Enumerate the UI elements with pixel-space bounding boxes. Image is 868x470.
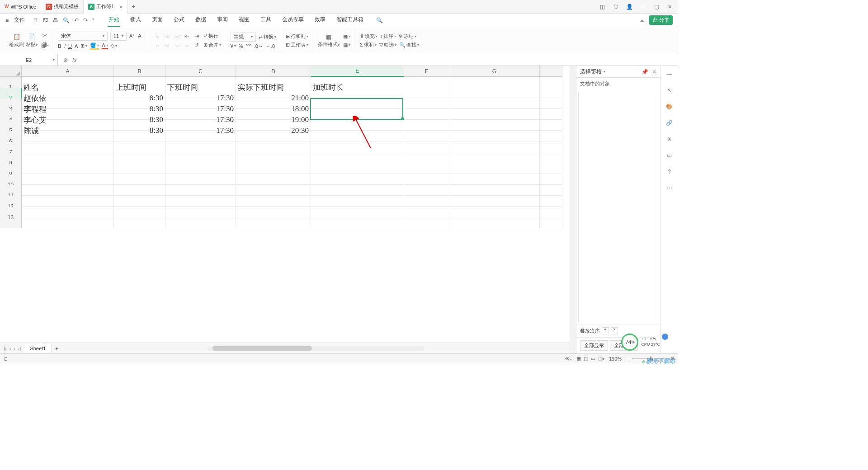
view-reading-icon[interactable]: ▢▾ <box>598 356 604 362</box>
redo-icon[interactable]: ↷ <box>83 17 88 24</box>
wrap-button[interactable]: ⤶ 换行 <box>203 33 218 39</box>
status-mode-icon[interactable]: 🗒 <box>4 356 9 362</box>
dec-dec-icon[interactable]: ←.0 <box>266 43 275 49</box>
paste-button[interactable]: 📄粘贴▾ <box>26 33 38 48</box>
stack-down-icon[interactable]: ˅ <box>611 327 618 334</box>
table-style-icon[interactable]: ▦▾ <box>343 33 350 39</box>
merge-button[interactable]: ⊞ 合并▾ <box>203 42 221 48</box>
style-icon[interactable]: 🎨 <box>665 102 674 111</box>
performance-widget[interactable]: 74% 1.1K/s CPU 29°C <box>621 334 660 351</box>
orientation-icon[interactable]: ⭜ <box>193 42 201 49</box>
share-button[interactable]: 凸 分享 <box>649 15 673 25</box>
fill-button[interactable]: ⬇ 填充▾ <box>360 33 377 40</box>
fx-icon[interactable]: fx <box>72 57 76 63</box>
panel-icon[interactable]: ◫ <box>599 3 606 10</box>
cut-icon[interactable]: ✂ <box>41 32 48 39</box>
font-size-select[interactable]: 11▾ <box>110 32 127 41</box>
italic-button[interactable]: I <box>64 43 66 49</box>
add-sheet-button[interactable]: + <box>52 346 61 351</box>
cell[interactable] <box>236 207 311 228</box>
indent-inc-icon[interactable]: ⇥ <box>193 33 201 40</box>
number-format-select[interactable]: 常规▾ <box>231 33 256 42</box>
menu-tab-页面[interactable]: 页面 <box>151 13 164 27</box>
filter-button[interactable]: ▽ 筛选▾ <box>379 42 396 48</box>
find-button[interactable]: 🔍 查找▾ <box>399 42 419 48</box>
pin-icon[interactable]: 📌 <box>642 69 648 75</box>
col-head-D[interactable]: D <box>236 66 311 77</box>
freeze-button[interactable]: ❄ 冻结▾ <box>399 33 416 40</box>
menu-tab-审阅[interactable]: 审阅 <box>216 13 229 27</box>
align-center-icon[interactable]: ≡ <box>164 42 171 49</box>
name-box[interactable]: E2▾ <box>0 54 58 66</box>
menu-tab-效率[interactable]: 效率 <box>314 13 326 27</box>
horizontal-scrollbar[interactable] <box>207 346 424 351</box>
align-bot-icon[interactable]: ≡ <box>174 33 181 40</box>
menu-tab-开始[interactable]: 开始 <box>108 13 120 27</box>
cell[interactable] <box>540 207 562 228</box>
font-color-icon[interactable]: A▾ <box>102 42 108 49</box>
preview-icon[interactable]: 🔍 <box>63 17 70 24</box>
worksheet-button[interactable]: ⊞ 工作表▾ <box>286 42 308 48</box>
close-tab-icon[interactable]: ● <box>119 4 123 9</box>
convert-button[interactable]: ⇄ 转换▾ <box>259 33 276 40</box>
cell-style-icon[interactable]: ▦▾ <box>343 42 350 48</box>
minimize-icon[interactable]: — <box>639 3 646 10</box>
col-head-B[interactable]: B <box>114 66 165 77</box>
decrease-font-icon[interactable]: A⁻ <box>138 33 144 39</box>
sum-button[interactable]: Σ 求和▾ <box>360 42 377 48</box>
file-menu[interactable]: 文件 <box>14 16 25 24</box>
data-icon[interactable]: 🔗 <box>665 118 674 127</box>
menu-tab-会员专享[interactable]: 会员专享 <box>281 13 305 27</box>
border-icon[interactable]: ⊞▾ <box>80 43 87 49</box>
view-normal-icon[interactable]: ▦ <box>576 356 581 362</box>
row-head-13[interactable]: 13 <box>0 207 22 228</box>
fill-color-icon[interactable]: 🪣▾ <box>90 42 99 50</box>
tools-icon[interactable]: ✕ <box>665 135 674 144</box>
close-pane-icon[interactable]: ✕ <box>652 69 656 75</box>
maximize-icon[interactable]: ▢ <box>653 3 660 10</box>
copy-icon[interactable]: 🗐▾ <box>41 42 48 49</box>
device-icon[interactable]: ▭ <box>665 151 674 160</box>
rowcol-button[interactable]: ⊞ 行和列▾ <box>286 33 308 40</box>
cond-format-button[interactable]: ▦条件格式▾ <box>318 33 340 48</box>
tab-wps-office[interactable]: W WPS Office <box>0 0 41 14</box>
avatar-icon[interactable]: 👤 <box>626 3 633 10</box>
sheet-tab-1[interactable]: Sheet1 <box>24 344 52 353</box>
zoom-out-icon[interactable]: − <box>625 356 628 362</box>
help-icon[interactable]: ? <box>665 167 674 176</box>
new-icon[interactable]: 🗋 <box>33 17 38 24</box>
eye-icon[interactable]: 👁▾ <box>565 356 572 362</box>
menu-tab-智能工具箱[interactable]: 智能工具箱 <box>335 13 364 27</box>
cell[interactable] <box>22 207 114 228</box>
increase-font-icon[interactable]: A⁺ <box>129 33 135 39</box>
clear-format-icon[interactable]: ◇▾ <box>111 43 117 49</box>
tab-template[interactable]: D 找稻壳模板 <box>41 0 84 14</box>
sheet-next-icon[interactable]: › <box>14 346 15 351</box>
dec-inc-icon[interactable]: .0→ <box>254 43 263 49</box>
align-right-icon[interactable]: ≡ <box>174 42 181 49</box>
percent-icon[interactable]: % <box>239 43 243 49</box>
format-painter-button[interactable]: 📋格式刷 <box>9 33 24 48</box>
vertical-scrollbar[interactable] <box>570 66 576 353</box>
print-icon[interactable]: 🖶 <box>53 17 58 24</box>
col-head-E[interactable]: E <box>311 66 404 77</box>
menu-tab-公式[interactable]: 公式 <box>173 13 185 27</box>
sort-button[interactable]: ↕ 排序▾ <box>380 33 396 40</box>
menu-tab-插入[interactable]: 插入 <box>129 13 142 27</box>
col-head-F[interactable]: F <box>404 66 449 77</box>
cell[interactable] <box>404 207 449 228</box>
show-all-button[interactable]: 全部显示 <box>580 340 608 351</box>
strike-button[interactable]: A <box>75 43 78 49</box>
comma-icon[interactable]: ººº <box>246 43 251 49</box>
cube-icon[interactable]: ⬡ <box>612 3 619 10</box>
underline-button[interactable]: U <box>68 43 72 49</box>
tab-workbook[interactable]: S 工作簿1 ● <box>84 0 127 14</box>
cell[interactable] <box>311 207 404 228</box>
save-icon[interactable]: 🖫 <box>43 17 48 24</box>
sheet-last-icon[interactable]: ›| <box>18 346 21 351</box>
spreadsheet-grid[interactable]: ABCDEFG1姓名上班时间下班时间实际下班时间加班时长2赵依依8:3017:3… <box>0 66 570 218</box>
align-top-icon[interactable]: ≡ <box>154 33 161 40</box>
indent-dec-icon[interactable]: ⇤ <box>184 33 191 40</box>
cell[interactable] <box>114 207 165 228</box>
search-icon[interactable]: 🔍 <box>376 17 383 24</box>
